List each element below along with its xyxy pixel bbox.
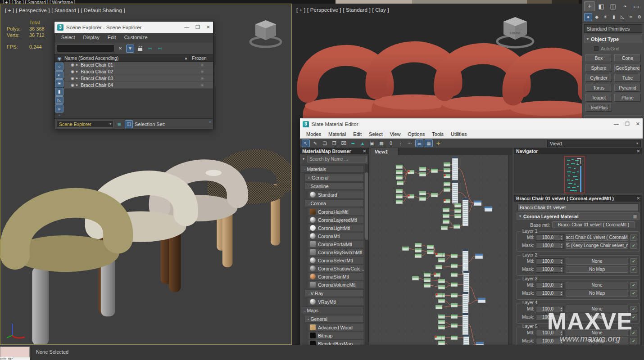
display-all-icon[interactable]: ○	[55, 63, 63, 71]
show-shaded-material-icon[interactable]: ▣	[368, 140, 376, 147]
box-button[interactable]: Box	[585, 54, 612, 62]
amount-spinner[interactable]: 100,0▴▾	[536, 266, 564, 273]
clear-search-icon[interactable]: ✕	[116, 45, 124, 53]
object-name[interactable]: Bracci Chair 03	[81, 76, 113, 81]
find-icon[interactable]: ◫	[125, 120, 133, 128]
enable-checkbox[interactable]: ✔	[630, 338, 637, 344]
amount-spinner[interactable]: 100,0▴▾	[536, 258, 564, 265]
slot-button[interactable]: No Map	[566, 266, 628, 273]
cone-button[interactable]: Cone	[614, 54, 641, 62]
cylinder-button[interactable]: Cylinder	[585, 74, 612, 82]
slot-button[interactable]: None	[566, 306, 628, 312]
menu-edit[interactable]: Edit	[350, 130, 364, 138]
minimize-icon[interactable]: —	[184, 24, 189, 30]
enable-checkbox[interactable]: ✔	[630, 330, 637, 336]
enable-checkbox[interactable]: ✔	[630, 282, 637, 288]
spacewarps-category[interactable]: ≈	[627, 13, 635, 21]
frozen-snowflake-icon[interactable]: ✳	[191, 83, 213, 88]
cameras-filter-icon[interactable]: ▮	[55, 88, 63, 96]
slot-button[interactable]: No Map	[566, 290, 628, 297]
enable-checkbox[interactable]: ✔	[630, 266, 637, 273]
browser-item[interactable]: Advanced Wood	[308, 324, 364, 331]
base-mtl-button[interactable]: Bracci Chair 01 velvet ( CoronaMtl )	[552, 221, 635, 228]
browser-item[interactable]: CoronaShadowCatc...	[308, 265, 364, 272]
modify-tab[interactable]: ◧	[596, 1, 607, 11]
amount-spinner[interactable]: 100,0▴▾	[536, 290, 564, 297]
viewcube-front[interactable]: FRONT	[494, 14, 537, 52]
filter-funnel-icon[interactable]: ▼	[126, 45, 134, 53]
frozen-snowflake-icon[interactable]: ✳	[191, 69, 213, 74]
close-icon[interactable]: ✕	[206, 24, 210, 30]
scene-object-row[interactable]: ◉●Bracci Chair 02✳	[64, 68, 213, 75]
row-state-column-icon[interactable]: ◉	[54, 55, 64, 61]
slot-button[interactable]: None	[566, 282, 628, 288]
show-numbers-icon[interactable]: 0	[387, 140, 395, 147]
enable-checkbox[interactable]: ✔	[630, 306, 637, 312]
close-panel-icon[interactable]: ✕	[636, 196, 640, 201]
hide-unused-nodeslots-icon[interactable]: ▦	[425, 140, 433, 147]
close-icon[interactable]: ✕	[636, 121, 640, 127]
close-panel-icon[interactable]: ✕	[636, 149, 640, 153]
enable-checkbox[interactable]: ✔	[630, 243, 637, 249]
slate-titlebar[interactable]: 3 Slate Material Editor — ❐ ✕	[300, 118, 643, 130]
browser-group[interactable]: - General	[304, 315, 364, 323]
menu-select[interactable]: Select	[366, 130, 385, 138]
pick-material-icon[interactable]: ✎	[311, 140, 319, 147]
browser-item[interactable]: CoronaLayeredMtl	[308, 216, 364, 224]
menu-customize[interactable]: Customize	[121, 34, 151, 41]
browser-group[interactable]: + General	[304, 174, 364, 181]
subcategory-dropdown[interactable]: Standard Primitives	[584, 24, 642, 33]
torus-button[interactable]: Torus	[585, 84, 612, 92]
navigator-minimap[interactable]	[514, 154, 642, 193]
navigator-header[interactable]: Navigator ✕	[514, 148, 642, 154]
active-view-dropdown[interactable]: View1▾	[547, 140, 641, 147]
browser-item[interactable]: CoronaLightMtl	[308, 224, 364, 232]
visibility-eye-icon[interactable]: ◉	[71, 83, 74, 87]
search-input[interactable]	[57, 45, 114, 52]
node-graph-canvas[interactable]	[371, 155, 508, 360]
menu-view[interactable]: View	[387, 130, 404, 138]
viewcube[interactable]	[246, 17, 285, 51]
render-dot-icon[interactable]: ●	[76, 83, 78, 87]
close-panel-icon[interactable]: ✕	[363, 149, 366, 153]
teapot-button[interactable]: Teapot	[585, 94, 612, 102]
parameters-header[interactable]: Bracci Chair 01 velvet ( CoronaLayeredMt…	[514, 195, 642, 202]
systems-category[interactable]: ⚙	[635, 13, 644, 21]
textplus-button[interactable]: TextPlus	[585, 104, 612, 112]
render-dot-icon[interactable]: ●	[76, 76, 78, 81]
browser-item[interactable]: VRayMtl	[308, 298, 364, 306]
browser-header[interactable]: Material/Map Browser ✕	[300, 148, 368, 154]
slot-button[interactable]: No Map	[566, 338, 628, 344]
helpers-category[interactable]: ◺	[618, 13, 626, 21]
expand-children-icon[interactable]: ≔	[146, 45, 154, 53]
render-dot-icon[interactable]: ●	[76, 63, 78, 67]
scene-explorer-titlebar[interactable]: 3 Scene Explorer - Scene Explorer — ❐ ✕	[54, 22, 213, 33]
maxscript-listener-line[interactable]: cene Wir	[0, 357, 30, 360]
object-name[interactable]: Bracci Chair 02	[81, 69, 113, 74]
menu-modes[interactable]: Modes	[304, 130, 324, 138]
minimize-icon[interactable]: —	[614, 121, 619, 127]
lock-icon[interactable]	[136, 45, 144, 53]
layout-children-icon[interactable]: ⋮	[396, 140, 404, 147]
collapse-children-icon[interactable]: ≕	[156, 45, 164, 53]
enable-checkbox[interactable]: ✔	[630, 314, 637, 320]
browser-item[interactable]: CoronaSelectMtl	[308, 256, 364, 264]
visibility-eye-icon[interactable]: ◉	[71, 63, 74, 67]
tube-button[interactable]: Tube	[614, 74, 641, 82]
geometry-filter-icon[interactable]: ◐	[55, 71, 63, 79]
object-name[interactable]: Bracci Chair 01	[81, 62, 113, 68]
enable-checkbox[interactable]: ✔	[630, 258, 637, 265]
browser-item[interactable]: CoronaVolumeMtl	[308, 281, 364, 288]
browser-item[interactable]: CoronaMtl	[308, 232, 364, 240]
render-dot-icon[interactable]: ●	[76, 69, 78, 74]
amount-spinner[interactable]: 100,0▴▾	[536, 330, 564, 336]
move-children-icon[interactable]: ➥	[349, 140, 357, 147]
lights-category[interactable]: ☀	[601, 13, 609, 21]
browser-group[interactable]: - V-Ray	[304, 289, 364, 297]
layout-all-icon[interactable]: ⋯	[406, 140, 414, 147]
scene-object-row[interactable]: ◉●Bracci Chair 01✳	[64, 62, 213, 68]
browser-item[interactable]: Bitmap	[308, 332, 364, 339]
slot-button[interactable]: None	[566, 329, 628, 336]
view-scrollbar[interactable]	[508, 155, 512, 360]
visibility-eye-icon[interactable]: ◉	[71, 69, 74, 74]
